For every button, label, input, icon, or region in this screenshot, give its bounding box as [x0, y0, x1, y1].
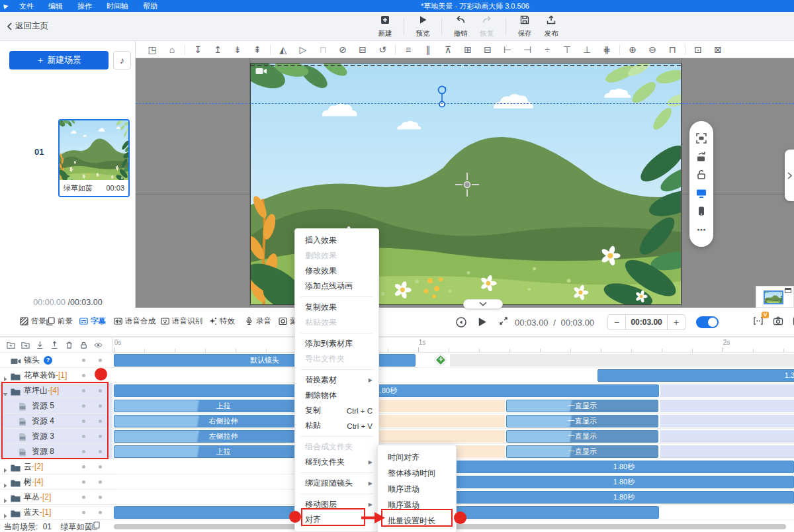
track-visibility-dot[interactable]	[99, 450, 102, 453]
duration-minus-button[interactable]: −	[608, 315, 625, 330]
track-visibility-dot[interactable]	[99, 496, 102, 499]
new-button[interactable]: 新建	[372, 15, 398, 38]
export-up-icon[interactable]	[50, 341, 59, 349]
track-visibility-dot[interactable]	[99, 435, 102, 438]
add-camera-button[interactable]: +	[434, 353, 447, 367]
panel-expander-tab[interactable]	[785, 150, 794, 201]
track-item-资源 5[interactable]: 资源 5	[0, 398, 112, 414]
publish-button[interactable]: 发布	[538, 15, 564, 38]
track-item-草坪山[interactable]: 草坪山-[4]	[0, 383, 112, 398]
tab-特效[interactable]: 特效	[208, 316, 235, 326]
track-lock-dot[interactable]	[82, 450, 85, 453]
track-lock-dot[interactable]	[82, 465, 85, 468]
lock-canvas-icon[interactable]: ⊓	[662, 42, 682, 58]
selection-box-icon[interactable]: ⊞	[458, 42, 478, 58]
track-visibility-dot[interactable]	[99, 404, 102, 408]
undo-button[interactable]: 撤销	[447, 15, 474, 38]
caret-right-icon[interactable]	[3, 373, 8, 378]
duration-value[interactable]: 00:03.00	[625, 315, 668, 330]
submenu-item-整体移动时间[interactable]: 整体移动时间	[378, 465, 456, 481]
menu-item-复制[interactable]: 复制Ctrl + C	[295, 403, 378, 418]
distribute-icon[interactable]: ⊼	[438, 42, 458, 58]
align-middle-icon[interactable]: ÷	[537, 42, 557, 58]
submenu-item-顺序进场[interactable]: 顺序进场	[378, 481, 456, 497]
rotate-device-icon[interactable]	[695, 151, 707, 163]
rotate-reset-icon[interactable]: ↺	[373, 42, 392, 58]
add-folder-icon[interactable]	[7, 341, 15, 349]
replay-icon[interactable]	[455, 316, 467, 328]
align-left-icon[interactable]: ⊢	[498, 42, 517, 58]
mini-preview-thumbnail[interactable]	[764, 290, 783, 304]
expand-icon[interactable]	[499, 316, 511, 328]
align-left-objects-icon[interactable]: ≡	[398, 42, 418, 58]
menu-操作[interactable]: 操作	[70, 0, 99, 12]
menu-item-修改效果[interactable]: 修改效果	[295, 263, 378, 279]
track-item-蓝天[interactable]: 蓝天-[1]	[0, 505, 112, 520]
track-item-资源 3[interactable]: 资源 3	[0, 429, 112, 444]
window-restore-icon[interactable]	[785, 288, 791, 293]
menu-item-对齐[interactable]: 对齐	[295, 512, 378, 527]
track-item-树[interactable]: 树-[4]	[0, 474, 112, 490]
submenu-item-顺序退场[interactable]: 顺序退场	[378, 497, 456, 513]
track-visibility-dot[interactable]	[99, 465, 102, 468]
track-item-云[interactable]: 云-[2]	[0, 459, 112, 474]
track-lane-资源 3[interactable]: 左侧拉伸一直显示	[112, 429, 794, 444]
align-center-objects-icon[interactable]: ∥	[418, 42, 438, 58]
track-lane-资源 4[interactable]: 右侧拉伸一直显示	[112, 414, 794, 429]
menu-item-移动图层[interactable]: 移动图层▶	[295, 497, 378, 512]
tab-字幕[interactable]: 字幕	[79, 316, 106, 326]
eye-icon[interactable]	[94, 341, 103, 349]
track-item-镜头[interactable]: 镜头?	[0, 353, 112, 368]
track-lane-花草装饰[interactable]: 1.30秒	[112, 368, 794, 383]
menu-item-替换素材[interactable]: 替换素材▶	[295, 373, 378, 388]
track-visibility-dot[interactable]	[99, 511, 102, 514]
timeline-bar-一直显示[interactable]: 一直显示	[506, 445, 658, 458]
track-item-资源 4[interactable]: 资源 4	[0, 414, 112, 429]
unlock-icon[interactable]	[695, 169, 707, 181]
menu-编辑[interactable]: 编辑	[41, 0, 70, 12]
help-badge-icon[interactable]: ?	[44, 356, 52, 365]
submenu-item-时间对齐[interactable]: 时间对齐	[378, 449, 456, 465]
new-scene-button[interactable]: ＋ 新建场景	[9, 51, 109, 69]
timeline-bar-一直显示[interactable]: 一直显示	[506, 430, 658, 443]
track-lane-资源 5[interactable]: 上拉一直显示	[112, 398, 794, 414]
track-lock-dot[interactable]	[82, 374, 85, 377]
align-right-icon[interactable]: ⊣	[517, 42, 537, 58]
autoplay-toggle[interactable]	[696, 316, 719, 328]
tab-录音[interactable]: 录音	[245, 316, 271, 326]
align-bottom-line-icon[interactable]: ↧	[188, 42, 208, 58]
spacing-icon[interactable]: V	[753, 316, 765, 328]
back-home-button[interactable]: 返回主页	[7, 21, 48, 32]
duration-plus-button[interactable]: +	[668, 315, 685, 330]
trash-icon[interactable]	[65, 341, 73, 349]
export-folder-icon[interactable]	[21, 341, 30, 349]
tab-语音识别[interactable]: 语音识别	[161, 316, 202, 326]
rotate-handle-icon[interactable]	[437, 85, 447, 108]
track-lock-dot[interactable]	[82, 511, 85, 514]
bring-forward-icon[interactable]: ⇞	[247, 42, 267, 58]
snapshot-icon[interactable]	[773, 316, 785, 328]
menu-帮助[interactable]: 帮助	[136, 0, 165, 12]
paste-icon[interactable]: ⊠	[708, 42, 728, 58]
home-icon[interactable]: ⌂	[162, 42, 182, 58]
timeline-bar-1.80秒[interactable]: 1.80秒	[114, 384, 659, 397]
track-visibility-dot[interactable]	[99, 420, 102, 423]
menu-item-添加点线动画[interactable]: 添加点线动画	[295, 279, 378, 294]
flip-horizontal-icon[interactable]: ◭	[273, 42, 293, 58]
timeline-bar-一直显示[interactable]: 一直显示	[506, 400, 658, 412]
menu-item-复制效果[interactable]: 复制效果	[295, 300, 378, 315]
timeline-bar-1.80秒[interactable]: 1.80秒	[454, 461, 794, 473]
canvas-collapse-button[interactable]	[463, 299, 503, 309]
fit-screen-icon[interactable]	[695, 132, 707, 144]
timeline-ruler[interactable]: 0s1s2s	[112, 337, 794, 353]
menu-item-移到文件夹[interactable]: 移到文件夹▶	[295, 455, 378, 470]
monitor-view-icon[interactable]	[695, 187, 707, 199]
caret-right-icon[interactable]	[3, 494, 8, 500]
copy-icon[interactable]: ⊡	[688, 42, 708, 58]
track-lock-dot[interactable]	[82, 420, 85, 423]
menu-文件[interactable]: 文件	[12, 0, 41, 12]
align-top-icon[interactable]: ⊤	[557, 42, 577, 58]
track-lock-dot[interactable]	[82, 389, 85, 392]
menu-item-粘贴[interactable]: 粘贴Ctrl + V	[295, 418, 378, 433]
tab-前景[interactable]: 前景	[46, 316, 73, 326]
